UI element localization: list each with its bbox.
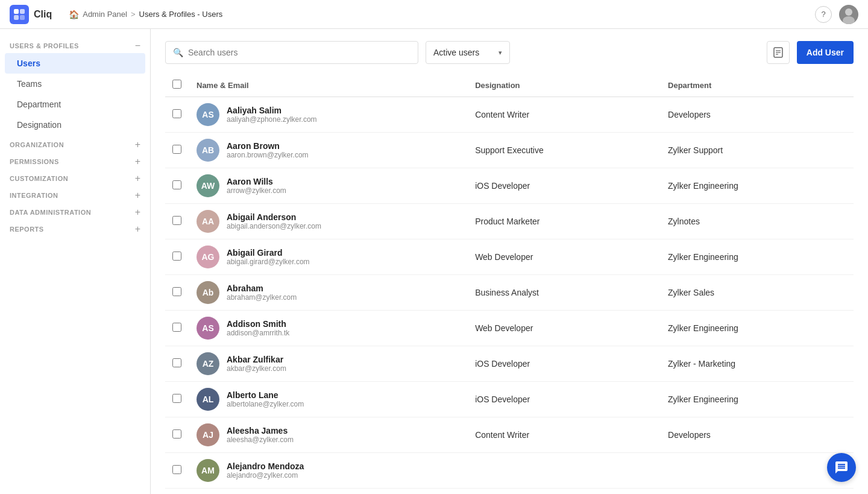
user-info: Abraham abraham@zylker.com — [227, 283, 297, 302]
avatar[interactable] — [839, 5, 858, 24]
export-button[interactable] — [767, 41, 790, 64]
row-checkbox[interactable] — [172, 394, 181, 403]
row-checkbox[interactable] — [172, 145, 181, 154]
table-header: Name & Email Designation Department — [165, 74, 854, 97]
sidebar-item-users[interactable]: Users — [5, 53, 145, 74]
user-designation: Web Developer — [468, 239, 661, 275]
logo-icon — [10, 5, 29, 24]
sidebar-section-label: PERMISSIONS — [10, 158, 59, 165]
sidebar: USERS & PROFILES − UsersTeamsDepartmentD… — [0, 29, 151, 494]
user-department: Zylker Engineering — [661, 168, 854, 204]
user-avatar: AJ — [197, 423, 219, 446]
table-row: AM Alejandro Mendoza alejandro@zylker.co… — [165, 453, 854, 489]
row-checkbox[interactable] — [172, 180, 181, 189]
sidebar-section-label: INTEGRATION — [10, 192, 58, 199]
user-cell: AG Abigail Girard abigail.girard@zylker.… — [197, 245, 461, 268]
row-checkbox[interactable] — [172, 465, 181, 474]
select-all-checkbox[interactable] — [172, 80, 181, 89]
sidebar-section-toggle[interactable]: + — [135, 207, 140, 217]
user-department: Zylker Sales — [661, 275, 854, 311]
row-checkbox[interactable] — [172, 287, 181, 296]
user-name: Abraham — [227, 283, 297, 293]
sidebar-section-toggle[interactable]: + — [135, 191, 140, 200]
sidebar-item-teams[interactable]: Teams — [0, 74, 150, 94]
sidebar-section-toggle[interactable]: + — [135, 174, 140, 183]
sidebar-section-label: REPORTS — [10, 226, 44, 233]
user-avatar: AB — [197, 139, 219, 162]
svg-rect-2 — [14, 15, 19, 20]
help-icon[interactable]: ? — [815, 6, 832, 23]
user-name: Abigail Anderson — [227, 212, 321, 222]
user-email: abigail.girard@zylker.com — [227, 258, 310, 266]
user-name: Akbar Zulfikar — [227, 355, 286, 364]
filter-label: Active users — [433, 48, 479, 57]
table-row: AG Abigail Girard abigail.girard@zylker.… — [165, 239, 854, 275]
svg-rect-1 — [20, 9, 25, 14]
sidebar-section-label: DATA ADMINISTRATION — [10, 209, 91, 216]
user-designation: iOS Developer — [468, 168, 661, 204]
user-email: albertolane@zylker.com — [227, 400, 304, 408]
user-name: Alejandro Mendoza — [227, 461, 304, 471]
filter-select[interactable]: Active users ▾ — [426, 41, 510, 64]
row-checkbox[interactable] — [172, 323, 181, 332]
chat-bubble[interactable] — [827, 453, 856, 482]
user-designation: Content Writer — [468, 417, 661, 453]
user-cell: AB Aaron Brown aaron.brown@zylker.com — [197, 139, 461, 162]
sidebar-section-toggle[interactable]: + — [135, 157, 140, 166]
add-user-button[interactable]: Add User — [797, 41, 854, 64]
user-department: Zylker Engineering — [661, 311, 854, 346]
sidebar-section-label: USERS & PROFILES — [10, 42, 79, 49]
row-checkbox[interactable] — [172, 358, 181, 367]
sidebar-section-toggle[interactable]: + — [135, 140, 140, 150]
user-cell: AA Abigail Anderson abigail.anderson@zyl… — [197, 210, 461, 233]
sidebar-section: REPORTS + — [0, 220, 150, 236]
search-box: 🔍 — [165, 41, 418, 64]
user-designation — [468, 453, 661, 489]
chat-icon — [834, 460, 849, 475]
user-department: Zylker - Marketing — [661, 346, 854, 382]
sidebar-section-toggle[interactable]: − — [135, 41, 140, 51]
row-checkbox[interactable] — [172, 429, 181, 439]
table-row: AL Alberto Lane albertolane@zylker.com i… — [165, 382, 854, 417]
table-row: AJ Aleesha James aleesha@zylker.com Cont… — [165, 417, 854, 453]
user-avatar: AS — [197, 317, 219, 340]
user-designation: iOS Developer — [468, 346, 661, 382]
user-email: abraham@zylker.com — [227, 293, 297, 302]
table-row: AZ Akbar Zulfikar akbar@zylker.com iOS D… — [165, 346, 854, 382]
logo-text: Cliq — [34, 9, 52, 20]
user-email: aaron.brown@zylker.com — [227, 151, 309, 159]
table-row: AB Aaron Brown aaron.brown@zylker.com Su… — [165, 133, 854, 168]
sidebar-item-designation[interactable]: Designation — [0, 115, 150, 135]
svg-point-5 — [843, 16, 855, 24]
user-name: Addison Smith — [227, 319, 289, 329]
user-cell: AZ Akbar Zulfikar akbar@zylker.com — [197, 352, 461, 375]
user-name: Aaron Brown — [227, 141, 309, 151]
col-header-department: Department — [661, 74, 854, 97]
sidebar-section: CUSTOMIZATION + — [0, 169, 150, 186]
user-cell: AL Alberto Lane albertolane@zylker.com — [197, 388, 461, 411]
sidebar-section: INTEGRATION + — [0, 186, 150, 203]
row-checkbox[interactable] — [172, 109, 181, 118]
user-avatar: AS — [197, 103, 219, 126]
topbar: Cliq 🏠 Admin Panel > Users & Profiles - … — [0, 0, 868, 29]
user-avatar: AW — [197, 174, 219, 197]
user-email: aleesha@zylker.com — [227, 435, 294, 444]
table-body: AS Aaliyah Salim aaliyah@zphone.zylker.c… — [165, 97, 854, 489]
user-avatar: Ab — [197, 281, 219, 304]
chevron-down-icon: ▾ — [498, 49, 502, 57]
sidebar-item-department[interactable]: Department — [0, 94, 150, 115]
user-department: Zylker Support — [661, 133, 854, 168]
user-avatar: AM — [197, 459, 219, 482]
home-icon[interactable]: 🏠 — [69, 10, 79, 19]
user-info: Abigail Anderson abigail.anderson@zylker… — [227, 212, 321, 230]
sidebar-section-toggle[interactable]: + — [135, 224, 140, 234]
user-name: Abigail Girard — [227, 248, 310, 258]
user-designation: Support Executive — [468, 133, 661, 168]
row-checkbox[interactable] — [172, 252, 181, 261]
user-name: Aleesha James — [227, 426, 294, 435]
user-avatar: AZ — [197, 352, 219, 375]
search-input[interactable] — [188, 48, 410, 57]
user-avatar: AG — [197, 245, 219, 268]
row-checkbox[interactable] — [172, 216, 181, 225]
user-cell: AM Alejandro Mendoza alejandro@zylker.co… — [197, 459, 461, 482]
